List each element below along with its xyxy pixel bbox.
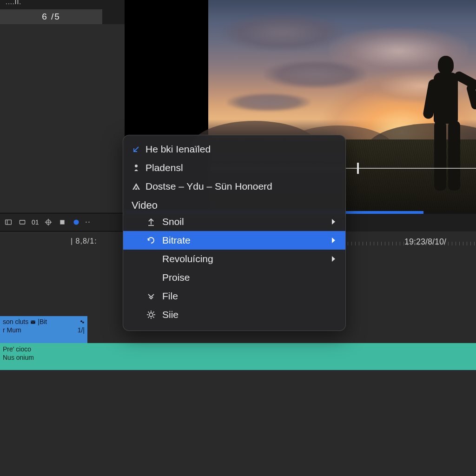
refresh-icon bbox=[146, 236, 162, 245]
toolbar: 01 ·· bbox=[0, 213, 125, 231]
record-icon[interactable] bbox=[72, 218, 81, 227]
clip-audio-l2: Nus onium bbox=[3, 353, 473, 362]
menu-label: Pladensl bbox=[145, 162, 183, 173]
clip-sub-b: 1/| bbox=[78, 326, 85, 335]
menu-label: He bki Ienaïled bbox=[145, 144, 211, 155]
clip-sub-a: r Mum bbox=[3, 326, 21, 335]
svg-point-7 bbox=[73, 219, 79, 225]
left-panel bbox=[0, 24, 125, 213]
svg-line-26 bbox=[153, 312, 154, 313]
menu-item-proise[interactable]: Proise bbox=[123, 268, 345, 287]
tag-icon bbox=[80, 320, 85, 324]
chevron-right-icon bbox=[332, 219, 335, 225]
menu-label: File bbox=[162, 291, 178, 302]
gear-icon bbox=[146, 310, 162, 319]
menu-item-enabled[interactable]: He bki Ienaïled bbox=[123, 140, 345, 159]
menu-item-bitrate[interactable]: Bitrate bbox=[123, 231, 345, 250]
chevron-right-icon bbox=[332, 256, 335, 262]
menu-label: Dostse – Ydu – Sün Honoerd bbox=[145, 181, 272, 192]
clip-icon[interactable] bbox=[18, 218, 27, 227]
clip-audio-l1: Pre' cioco bbox=[3, 345, 473, 353]
svg-rect-6 bbox=[60, 220, 64, 224]
fraction-value[interactable]: 6 /5 bbox=[0, 9, 102, 24]
subject-silhouette bbox=[408, 56, 473, 195]
menu-section-video: Video bbox=[123, 196, 345, 212]
toolbar-counter: 01 bbox=[32, 218, 39, 226]
pawn-icon bbox=[132, 163, 145, 172]
svg-line-24 bbox=[153, 317, 154, 317]
svg-rect-2 bbox=[20, 220, 25, 224]
svg-point-10 bbox=[82, 322, 84, 324]
svg-line-23 bbox=[148, 312, 149, 313]
chevron-down-icon bbox=[146, 291, 162, 301]
time-label-right: 19:23/8/10/ bbox=[404, 237, 446, 247]
signal-icon bbox=[132, 182, 145, 191]
menu-label: Proise bbox=[162, 272, 190, 283]
clip-audio[interactable]: Pre' cioco Nus onium bbox=[0, 343, 476, 370]
mail-icon bbox=[31, 320, 35, 324]
svg-line-11 bbox=[134, 147, 139, 152]
clip-label: son cluts bbox=[3, 318, 28, 326]
time-label-left: | 8,8/1: bbox=[71, 237, 97, 245]
menu-item-pladensl[interactable]: Pladensl bbox=[123, 159, 345, 177]
clip-video[interactable]: son cluts |Bit r Mum 1/| bbox=[0, 316, 87, 343]
stop-icon[interactable] bbox=[58, 218, 67, 227]
menu-label: Revoluícing bbox=[162, 253, 213, 264]
svg-point-12 bbox=[135, 165, 138, 167]
menu-item-siie[interactable]: Siie bbox=[123, 305, 345, 324]
svg-point-18 bbox=[149, 313, 153, 317]
menu-label: Siie bbox=[162, 309, 178, 320]
svg-line-25 bbox=[148, 317, 149, 317]
menu-item-snoil[interactable]: Snoil bbox=[123, 212, 345, 231]
menu-label: Snoil bbox=[162, 216, 184, 227]
target-icon[interactable] bbox=[44, 218, 53, 227]
more-icon[interactable]: ·· bbox=[86, 218, 91, 226]
upload-icon bbox=[146, 217, 162, 226]
chevron-right-icon bbox=[332, 238, 335, 243]
svg-rect-0 bbox=[6, 220, 12, 225]
menu-label: Bitrate bbox=[162, 235, 191, 246]
context-menu[interactable]: He bki Ienaïled Pladensl Dostse – Ydu – … bbox=[123, 135, 346, 331]
menu-item-revoluicing[interactable]: Revoluícing bbox=[123, 250, 345, 268]
panel-icon[interactable] bbox=[4, 218, 13, 227]
arrow-down-left-icon bbox=[132, 145, 145, 154]
clip-label-b: |Bit bbox=[38, 318, 47, 326]
menu-item-dostse[interactable]: Dostse – Ydu – Sün Honoerd bbox=[123, 177, 345, 196]
menu-item-file[interactable]: File bbox=[123, 287, 345, 305]
svg-point-9 bbox=[80, 320, 82, 322]
top-label: ....II. bbox=[6, 0, 21, 6]
